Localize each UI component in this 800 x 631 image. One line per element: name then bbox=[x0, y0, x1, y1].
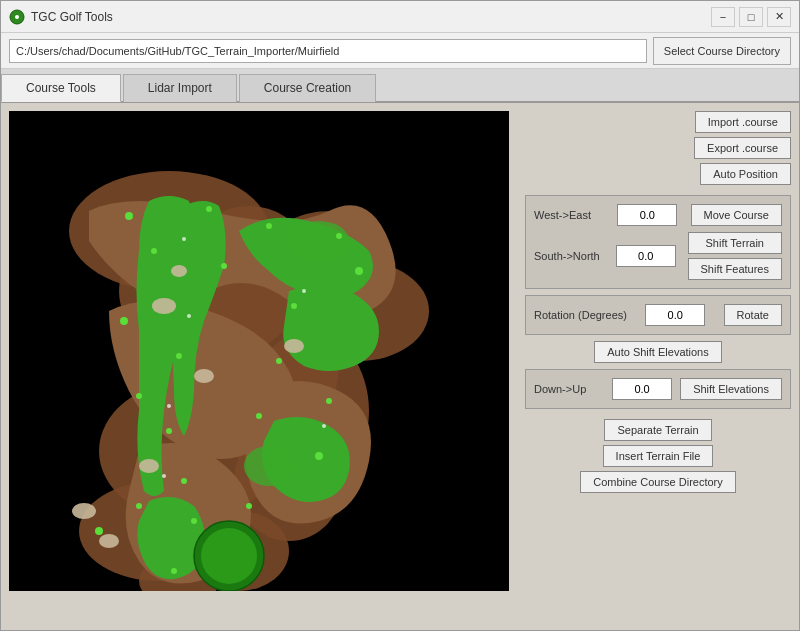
svg-point-43 bbox=[181, 478, 187, 484]
svg-point-29 bbox=[336, 233, 342, 239]
shift-terrain-button[interactable]: Shift Terrain bbox=[688, 232, 782, 254]
svg-point-30 bbox=[355, 267, 363, 275]
auto-position-button[interactable]: Auto Position bbox=[700, 163, 791, 185]
tabs-bar: Course Tools Lidar Import Course Creatio… bbox=[1, 69, 799, 103]
down-up-input[interactable] bbox=[612, 378, 672, 400]
svg-point-41 bbox=[171, 568, 177, 574]
svg-point-31 bbox=[291, 303, 297, 309]
svg-point-52 bbox=[302, 289, 306, 293]
south-north-row: South->North Shift Terrain Shift Feature… bbox=[534, 232, 782, 280]
svg-point-27 bbox=[206, 206, 212, 212]
svg-point-50 bbox=[167, 404, 171, 408]
svg-point-44 bbox=[326, 398, 332, 404]
top-buttons: Import .course Export .course Auto Posit… bbox=[525, 111, 791, 185]
rotate-button[interactable]: Rotate bbox=[724, 304, 782, 326]
rotation-input[interactable] bbox=[645, 304, 705, 326]
svg-point-45 bbox=[276, 358, 282, 364]
path-bar: Select Course Directory bbox=[1, 33, 799, 69]
insert-terrain-file-button[interactable]: Insert Terrain File bbox=[603, 445, 714, 467]
svg-point-38 bbox=[136, 503, 142, 509]
west-east-label: West->East bbox=[534, 209, 604, 221]
down-up-label: Down->Up bbox=[534, 383, 604, 395]
terrain-features-buttons: Shift Terrain Shift Features bbox=[688, 232, 782, 280]
svg-point-22 bbox=[284, 339, 304, 353]
elevation-group: Down->Up Shift Elevations bbox=[525, 369, 791, 409]
path-input[interactable] bbox=[9, 39, 647, 63]
south-north-input[interactable] bbox=[616, 245, 676, 267]
auto-shift-container: Auto Shift Elevations bbox=[525, 341, 791, 363]
svg-point-51 bbox=[162, 474, 166, 478]
minimize-button[interactable]: − bbox=[711, 7, 735, 27]
svg-point-53 bbox=[322, 424, 326, 428]
separate-terrain-button[interactable]: Separate Terrain bbox=[604, 419, 711, 441]
svg-point-26 bbox=[125, 212, 133, 220]
svg-point-49 bbox=[187, 314, 191, 318]
svg-point-39 bbox=[191, 518, 197, 524]
export-course-button[interactable]: Export .course bbox=[694, 137, 791, 159]
west-east-input[interactable] bbox=[617, 204, 677, 226]
svg-point-47 bbox=[176, 353, 182, 359]
svg-point-37 bbox=[315, 452, 323, 460]
svg-point-35 bbox=[166, 428, 172, 434]
svg-point-32 bbox=[151, 248, 157, 254]
main-content: Import .course Export .course Auto Posit… bbox=[1, 103, 799, 630]
shift-features-button[interactable]: Shift Features bbox=[688, 258, 782, 280]
app-title: TGC Golf Tools bbox=[31, 10, 113, 24]
combine-course-dir-button[interactable]: Combine Course Directory bbox=[580, 471, 736, 493]
svg-point-28 bbox=[266, 223, 272, 229]
svg-point-15 bbox=[289, 221, 349, 261]
window-controls: − □ ✕ bbox=[711, 7, 791, 27]
svg-point-19 bbox=[152, 298, 176, 314]
svg-point-24 bbox=[72, 503, 96, 519]
svg-point-18 bbox=[201, 528, 257, 584]
tab-course-creation[interactable]: Course Creation bbox=[239, 74, 376, 102]
main-window: TGC Golf Tools − □ ✕ Select Course Direc… bbox=[0, 0, 800, 631]
move-shift-buttons: Move Course bbox=[691, 204, 782, 226]
svg-point-21 bbox=[171, 265, 187, 277]
svg-point-42 bbox=[246, 503, 252, 509]
svg-point-25 bbox=[99, 534, 119, 548]
shift-elevations-button[interactable]: Shift Elevations bbox=[680, 378, 782, 400]
auto-shift-elevations-button[interactable]: Auto Shift Elevations bbox=[594, 341, 722, 363]
select-dir-button[interactable]: Select Course Directory bbox=[653, 37, 791, 65]
close-button[interactable]: ✕ bbox=[767, 7, 791, 27]
svg-point-48 bbox=[182, 237, 186, 241]
bottom-buttons: Separate Terrain Insert Terrain File Com… bbox=[525, 419, 791, 493]
west-east-row: West->East Move Course bbox=[534, 204, 782, 226]
tab-course-tools[interactable]: Course Tools bbox=[1, 74, 121, 102]
course-map bbox=[9, 111, 509, 591]
shift-group: West->East Move Course South->North Shif… bbox=[525, 195, 791, 289]
svg-point-23 bbox=[139, 459, 159, 473]
svg-point-40 bbox=[95, 527, 103, 535]
svg-point-36 bbox=[256, 413, 262, 419]
title-bar: TGC Golf Tools − □ ✕ bbox=[1, 1, 799, 33]
elevation-row: Down->Up Shift Elevations bbox=[534, 378, 782, 400]
app-icon bbox=[9, 9, 25, 25]
import-course-button[interactable]: Import .course bbox=[695, 111, 791, 133]
tab-lidar-import[interactable]: Lidar Import bbox=[123, 74, 237, 102]
svg-point-1 bbox=[15, 15, 19, 19]
rotation-group: Rotation (Degrees) Rotate bbox=[525, 295, 791, 335]
svg-point-20 bbox=[194, 369, 214, 383]
svg-point-16 bbox=[244, 446, 294, 486]
right-panel: Import .course Export .course Auto Posit… bbox=[517, 103, 799, 630]
rotation-label: Rotation (Degrees) bbox=[534, 309, 627, 321]
move-course-button[interactable]: Move Course bbox=[691, 204, 782, 226]
svg-point-34 bbox=[136, 393, 142, 399]
svg-point-33 bbox=[120, 317, 128, 325]
rotation-row: Rotation (Degrees) Rotate bbox=[534, 304, 782, 326]
south-north-label: South->North bbox=[534, 250, 604, 262]
svg-point-46 bbox=[221, 263, 227, 269]
map-area bbox=[9, 111, 509, 591]
title-bar-left: TGC Golf Tools bbox=[9, 9, 113, 25]
maximize-button[interactable]: □ bbox=[739, 7, 763, 27]
